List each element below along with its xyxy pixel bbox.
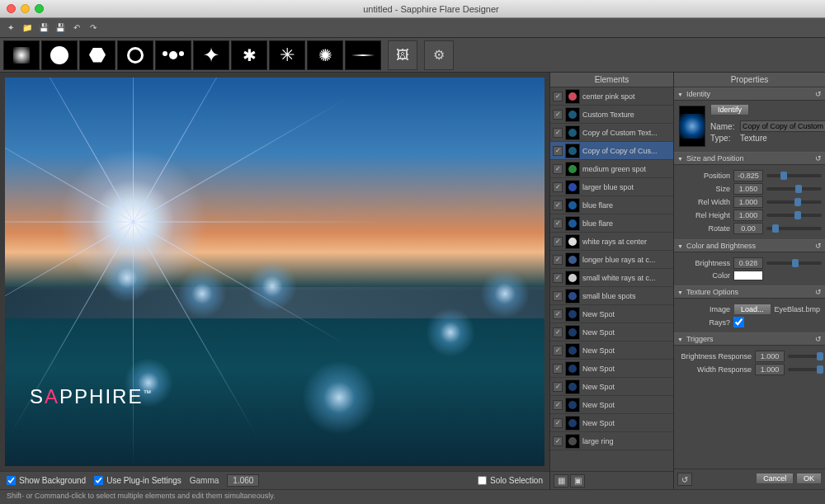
- preset-spots[interactable]: [155, 40, 191, 70]
- element-checkbox[interactable]: ✓: [553, 200, 563, 210]
- preview-canvas[interactable]: SAPPHIRE™: [5, 78, 544, 466]
- reset-icon[interactable]: ↺: [815, 154, 822, 163]
- reset-icon[interactable]: ↺: [815, 335, 822, 343]
- element-checkbox[interactable]: ✓: [553, 219, 563, 228]
- size-position-section-header[interactable]: ▼Size and Position↺: [674, 152, 825, 165]
- element-item[interactable]: ✓blue flare: [550, 214, 673, 233]
- rotate-value[interactable]: 0.00: [733, 223, 763, 234]
- element-item[interactable]: ✓New Spot: [550, 360, 673, 378]
- use-plugin-settings-checkbox[interactable]: Use Plug-in Settings: [94, 476, 182, 485]
- preset-star[interactable]: ✳: [269, 40, 305, 70]
- element-item[interactable]: ✓Custom Texture: [550, 106, 673, 124]
- elements-list[interactable]: ✓center pink spot✓Custom Texture✓Copy of…: [550, 87, 673, 471]
- name-input[interactable]: [740, 120, 825, 132]
- element-checkbox[interactable]: ✓: [553, 436, 563, 446]
- element-item[interactable]: ✓New Spot: [550, 414, 673, 432]
- reset-all-button[interactable]: ↺: [677, 473, 692, 486]
- element-item[interactable]: ✓New Spot: [550, 378, 673, 396]
- texture-options-section-header[interactable]: ▼Texture Options↺: [674, 285, 825, 299]
- width-response-value[interactable]: 1.000: [755, 364, 785, 375]
- element-checkbox[interactable]: ✓: [553, 291, 563, 301]
- element-checkbox[interactable]: ✓: [553, 418, 563, 428]
- rel_width-value[interactable]: 1.000: [733, 196, 763, 208]
- add-element-button[interactable]: ▦: [554, 474, 568, 488]
- width-response-slider[interactable]: [788, 368, 822, 371]
- new-icon[interactable]: ✦: [5, 22, 16, 34]
- rays-checkbox[interactable]: [733, 317, 744, 327]
- element-checkbox[interactable]: ✓: [553, 110, 563, 120]
- preset-ring[interactable]: [117, 40, 153, 70]
- element-checkbox[interactable]: ✓: [553, 309, 563, 319]
- element-item[interactable]: ✓small white rays at c...: [550, 269, 673, 287]
- element-checkbox[interactable]: ✓: [553, 164, 563, 174]
- element-item[interactable]: ✓small blue spots: [550, 287, 673, 305]
- element-item[interactable]: ✓New Spot: [550, 341, 673, 360]
- element-item[interactable]: ✓center pink spot: [550, 87, 673, 106]
- preset-sparkle[interactable]: ✦: [193, 40, 229, 70]
- size-slider[interactable]: [766, 187, 822, 191]
- reset-icon[interactable]: ↺: [815, 90, 822, 98]
- zoom-window-icon[interactable]: [35, 4, 44, 13]
- solo-selection-checkbox[interactable]: Solo Selection: [478, 476, 543, 485]
- element-checkbox[interactable]: ✓: [553, 146, 563, 156]
- open-icon[interactable]: 📁: [21, 22, 33, 34]
- identity-section-header[interactable]: ▼Identity↺: [674, 87, 825, 101]
- rotate-slider[interactable]: [766, 227, 822, 230]
- brightness-response-slider[interactable]: [788, 355, 822, 358]
- cancel-button[interactable]: Cancel: [756, 473, 794, 484]
- element-checkbox[interactable]: ✓: [553, 400, 563, 410]
- rel_width-slider[interactable]: [766, 200, 822, 204]
- preset-burst[interactable]: ✺: [307, 40, 343, 70]
- element-checkbox[interactable]: ✓: [553, 327, 563, 337]
- element-item[interactable]: ✓white rays at center: [550, 233, 673, 251]
- element-checkbox[interactable]: ✓: [553, 182, 563, 192]
- element-checkbox[interactable]: ✓: [553, 92, 563, 101]
- reset-icon[interactable]: ↺: [815, 242, 822, 250]
- gamma-value[interactable]: 1.060: [227, 474, 259, 487]
- element-item[interactable]: ✓Copy of Custom Text...: [550, 124, 673, 142]
- preset-fan[interactable]: ✱: [231, 40, 267, 70]
- save-as-icon[interactable]: 💾: [54, 22, 66, 34]
- rel_height-slider[interactable]: [766, 214, 822, 217]
- duplicate-element-button[interactable]: ▣: [570, 474, 585, 488]
- brightness-slider[interactable]: [766, 261, 822, 265]
- size-value[interactable]: 1.050: [733, 183, 763, 195]
- save-icon[interactable]: 💾: [38, 22, 50, 34]
- image-toggle-button[interactable]: 🖼: [388, 40, 417, 70]
- redo-icon[interactable]: ↷: [87, 22, 99, 34]
- close-window-icon[interactable]: [7, 4, 16, 13]
- preset-hex[interactable]: [79, 40, 116, 70]
- element-item[interactable]: ✓New Spot: [550, 305, 673, 323]
- load-image-button[interactable]: Load...: [733, 304, 771, 315]
- element-checkbox[interactable]: ✓: [553, 128, 563, 138]
- rel_height-value[interactable]: 1.000: [733, 210, 763, 221]
- minimize-window-icon[interactable]: [21, 4, 30, 13]
- undo-icon[interactable]: ↶: [71, 22, 82, 34]
- element-item[interactable]: ✓longer blue rays at c...: [550, 251, 673, 269]
- element-checkbox[interactable]: ✓: [553, 346, 563, 356]
- preset-streak[interactable]: [345, 40, 381, 70]
- position-value[interactable]: -0.825: [733, 170, 763, 181]
- reset-icon[interactable]: ↺: [815, 288, 822, 296]
- identify-button[interactable]: Identify: [710, 104, 749, 115]
- position-slider[interactable]: [766, 174, 822, 177]
- element-checkbox[interactable]: ✓: [553, 382, 563, 392]
- element-item[interactable]: ✓New Spot: [550, 396, 673, 414]
- element-item[interactable]: ✓New Spot: [550, 323, 673, 341]
- element-item[interactable]: ✓Copy of Copy of Cus...: [550, 142, 673, 160]
- triggers-section-header[interactable]: ▼Triggers↺: [674, 332, 825, 346]
- element-item[interactable]: ✓larger blue spot: [550, 178, 673, 196]
- brightness-value[interactable]: 0.928: [733, 257, 763, 269]
- settings-button[interactable]: ⚙: [424, 40, 454, 70]
- preset-solid[interactable]: [41, 40, 78, 70]
- element-checkbox[interactable]: ✓: [553, 237, 563, 247]
- element-item[interactable]: ✓medium green spot: [550, 160, 673, 178]
- element-item[interactable]: ✓large ring: [550, 432, 673, 450]
- show-background-checkbox[interactable]: Show Background: [7, 476, 86, 485]
- element-checkbox[interactable]: ✓: [553, 273, 563, 283]
- element-checkbox[interactable]: ✓: [553, 255, 563, 265]
- brightness-response-value[interactable]: 1.000: [755, 351, 785, 362]
- ok-button[interactable]: OK: [796, 473, 822, 484]
- color-brightness-section-header[interactable]: ▼Color and Brightness↺: [674, 239, 825, 252]
- preset-glow[interactable]: [3, 40, 40, 70]
